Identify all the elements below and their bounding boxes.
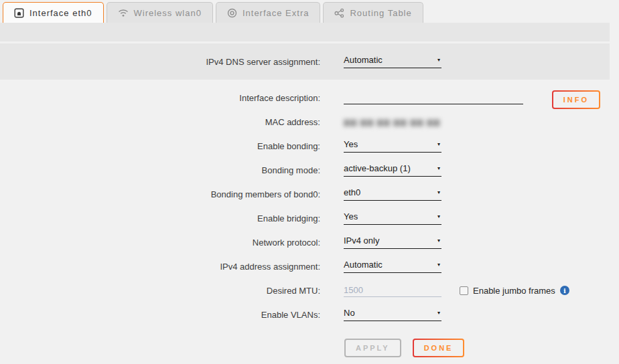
tab-label: Interface Extra <box>243 8 310 18</box>
enable-vlans-label: Enable VLANs: <box>0 310 320 320</box>
tab-interface-eth0[interactable]: Interface eth0 <box>3 2 104 23</box>
tab-interface-extra[interactable]: Interface Extra <box>216 2 321 23</box>
chevron-down-icon: ▾ <box>437 262 440 268</box>
interface-settings-form: Interface description: MAC address: ▆▆ ▆… <box>0 86 619 327</box>
selected-value: Yes <box>344 139 358 149</box>
selected-value: active-backup (1) <box>344 163 411 173</box>
description-label: Interface description: <box>0 93 320 103</box>
selected-value: No <box>344 308 355 318</box>
chevron-down-icon: ▾ <box>437 238 440 244</box>
bonding-members-label: Bonding members of bond0: <box>0 189 320 199</box>
network-protocol-select[interactable]: IPv4 only ▾ <box>344 236 441 249</box>
mtu-input <box>344 284 441 297</box>
apply-button[interactable]: APPLY <box>344 339 401 357</box>
ipv4-assignment-row: IPv4 address assignment: Automatic ▾ <box>0 254 619 278</box>
enable-bonding-select[interactable]: Yes ▾ <box>344 139 441 153</box>
tab-label: Interface eth0 <box>29 8 92 18</box>
toolbar-band <box>0 23 610 41</box>
chevron-down-icon: ▾ <box>437 166 440 171</box>
info-button[interactable]: INFO <box>552 90 600 109</box>
chevron-down-icon: ▾ <box>437 310 440 316</box>
tab-bar: Interface eth0 Wireless wlan0 Interface … <box>3 2 423 23</box>
enable-vlans-select[interactable]: No ▾ <box>344 308 441 321</box>
ethernet-port-icon <box>14 8 24 18</box>
selected-value: IPv4 only <box>344 236 379 246</box>
chevron-down-icon: ▾ <box>437 190 440 195</box>
share-nodes-icon <box>334 8 344 18</box>
mac-address-value-redacted: ▆▆ ▆▆ ▆▆ ▆▆ ▆▆ ▆▆ <box>344 117 440 126</box>
jumbo-frames-checkbox[interactable] <box>460 286 468 295</box>
mtu-row: Desired MTU: Enable jumbo frames i <box>0 278 619 302</box>
bonding-mode-label: Bonding mode: <box>0 165 320 175</box>
mtu-label: Desired MTU: <box>0 286 320 296</box>
chevron-down-icon: ▾ <box>437 214 440 219</box>
chevron-down-icon: ▾ <box>437 58 440 63</box>
network-protocol-row: Network protocol: IPv4 only ▾ <box>0 230 619 254</box>
enable-bridging-label: Enable bridging: <box>0 213 320 223</box>
tab-routing-table[interactable]: Routing Table <box>323 2 423 23</box>
dns-assignment-row: IPv4 DNS server assignment: Automatic ▾ <box>0 47 610 76</box>
wifi-icon <box>118 8 129 17</box>
tab-label: Routing Table <box>350 8 411 18</box>
selected-value: Automatic <box>344 55 383 65</box>
done-button[interactable]: DONE <box>413 339 465 357</box>
selected-value: eth0 <box>344 187 360 197</box>
network-protocol-label: Network protocol: <box>0 238 320 248</box>
ipv4-assignment-label: IPv4 address assignment: <box>0 262 320 272</box>
dns-assignment-select[interactable]: Automatic ▾ <box>344 55 441 68</box>
bonding-mode-select[interactable]: active-backup (1) ▾ <box>344 163 441 177</box>
info-icon[interactable]: i <box>560 286 569 295</box>
ipv4-assignment-select[interactable]: Automatic ▾ <box>344 260 441 273</box>
selected-value: Automatic <box>344 260 383 270</box>
jumbo-frames-label: Enable jumbo frames <box>473 286 555 296</box>
tab-wireless-wlan0[interactable]: Wireless wlan0 <box>107 2 213 23</box>
jumbo-frames-group: Enable jumbo frames i <box>460 286 569 296</box>
enable-bonding-label: Enable bonding: <box>0 141 320 151</box>
mac-address-row: MAC address: ▆▆ ▆▆ ▆▆ ▆▆ ▆▆ ▆▆ <box>0 110 619 134</box>
bonding-mode-row: Bonding mode: active-backup (1) ▾ <box>0 158 619 182</box>
dns-assignment-label: IPv4 DNS server assignment: <box>0 57 320 67</box>
enable-bridging-row: Enable bridging: Yes ▾ <box>0 206 619 230</box>
tab-label: Wireless wlan0 <box>134 8 202 18</box>
selected-value: Yes <box>344 211 358 221</box>
chevron-down-icon: ▾ <box>437 142 440 147</box>
bonding-members-select[interactable]: eth0 ▾ <box>344 187 441 201</box>
bonding-members-row: Bonding members of bond0: eth0 ▾ <box>0 182 619 206</box>
target-icon <box>227 8 237 18</box>
enable-bonding-row: Enable bonding: Yes ▾ <box>0 134 619 158</box>
description-row: Interface description: <box>0 86 619 110</box>
mac-address-label: MAC address: <box>0 117 320 127</box>
enable-bridging-select[interactable]: Yes ▾ <box>344 211 441 225</box>
description-input[interactable] <box>344 91 523 104</box>
enable-vlans-row: Enable VLANs: No ▾ <box>0 302 619 327</box>
form-actions: APPLY DONE <box>344 339 464 357</box>
